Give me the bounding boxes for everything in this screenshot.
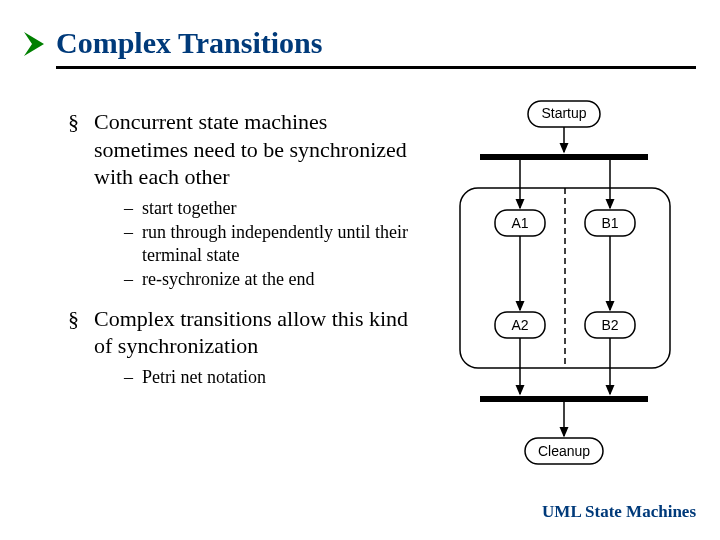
- footer-label: UML State Machines: [542, 502, 696, 522]
- page-title: Complex Transitions: [56, 26, 696, 60]
- diagram-cleanup-label: Cleanup: [538, 443, 590, 459]
- svg-rect-3: [480, 154, 648, 160]
- diagram-startup-label: Startup: [541, 105, 586, 121]
- diagram-a2-label: A2: [511, 317, 528, 333]
- title-underline: [56, 66, 696, 69]
- bullet-text: Complex transitions allow this kind of s…: [94, 306, 408, 359]
- header: Complex Transitions: [56, 26, 696, 69]
- bullet-item: Complex transitions allow this kind of s…: [64, 305, 424, 389]
- content: Concurrent state machines sometimes need…: [64, 108, 424, 402]
- diagram-a1-label: A1: [511, 215, 528, 231]
- bullet-item: Concurrent state machines sometimes need…: [64, 108, 424, 291]
- sub-bullet-item: run through independently until their te…: [124, 221, 424, 266]
- sub-bullet-item: Petri net notation: [124, 366, 424, 389]
- arrow-right-icon: [18, 28, 50, 60]
- diagram-b2-label: B2: [601, 317, 618, 333]
- bullet-text: Concurrent state machines sometimes need…: [94, 109, 407, 189]
- sub-bullet-item: start together: [124, 197, 424, 220]
- sub-bullet-item: re-sychronize at the end: [124, 268, 424, 291]
- uml-diagram: Startup A1 B1 A2 B2: [440, 96, 690, 491]
- svg-marker-0: [24, 32, 44, 56]
- svg-rect-16: [480, 396, 648, 402]
- diagram-b1-label: B1: [601, 215, 618, 231]
- slide: Complex Transitions Concurrent state mac…: [0, 0, 720, 540]
